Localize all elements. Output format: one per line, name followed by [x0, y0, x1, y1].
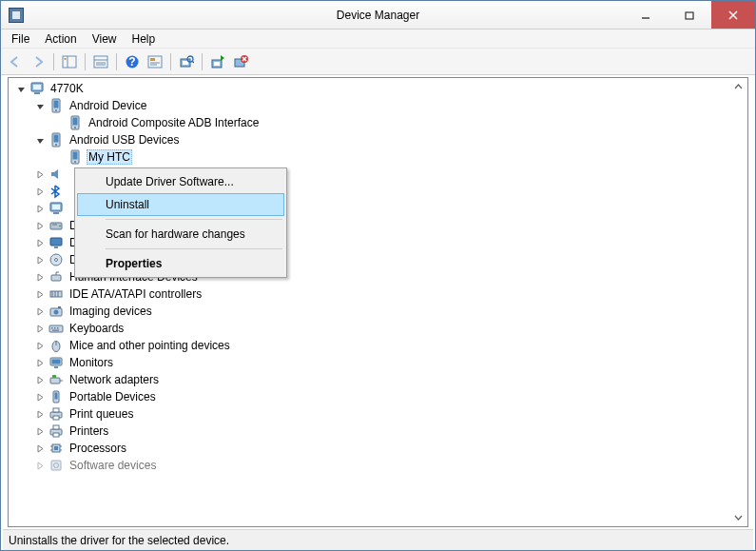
computer-icon [29, 81, 45, 96]
svg-rect-63 [57, 327, 59, 329]
tree-node-label: 4770K [48, 82, 86, 95]
collapse-icon[interactable] [33, 99, 47, 112]
ide-icon [48, 286, 64, 302]
svg-rect-68 [52, 360, 61, 364]
properties-pane-icon[interactable] [90, 51, 111, 72]
expand-icon[interactable] [33, 219, 47, 232]
context-menu-item[interactable]: Update Driver Software... [77, 170, 284, 193]
expand-icon[interactable] [33, 407, 47, 421]
menu-action[interactable]: Action [38, 30, 83, 48]
tree-node[interactable]: Processors [10, 440, 747, 457]
expand-icon[interactable] [33, 339, 47, 352]
action-center-icon[interactable] [145, 51, 165, 72]
expand-icon[interactable] [33, 373, 47, 386]
show-hide-tree-icon[interactable] [59, 51, 80, 72]
device-tree[interactable]: 4770KAndroid DeviceAndroid Composite ADB… [9, 78, 747, 526]
expand-icon[interactable] [33, 305, 47, 318]
expand-icon[interactable] [33, 356, 47, 369]
svg-point-32 [55, 109, 57, 111]
tree-node[interactable]: Android Composite ADB Interface [10, 114, 747, 131]
computer-icon [48, 201, 64, 216]
tree-node[interactable]: Portable Devices [10, 388, 747, 405]
context-menu[interactable]: Update Driver Software...UninstallScan f… [74, 167, 287, 278]
tree-node[interactable]: Monitors [10, 354, 747, 371]
tree-node[interactable]: Software devices [10, 457, 747, 474]
tree-node[interactable]: Imaging devices [10, 303, 747, 320]
network-icon [48, 372, 64, 387]
expand-icon[interactable] [33, 390, 47, 403]
expand-icon[interactable] [33, 202, 47, 215]
svg-rect-34 [73, 118, 78, 126]
tree-node[interactable]: Print queues [10, 405, 747, 423]
svg-rect-43 [52, 205, 60, 209]
expand-icon[interactable] [33, 459, 47, 472]
expand-icon[interactable] [33, 253, 47, 266]
tree-node-label: IDE ATA/ATAPI controllers [68, 287, 204, 301]
forward-icon [28, 51, 48, 72]
tree-node[interactable]: Printers [10, 423, 747, 440]
printer-icon [48, 423, 64, 439]
expand-icon[interactable] [33, 442, 47, 455]
tree-node[interactable]: IDE ATA/ATAPI controllers [10, 285, 747, 303]
pda-icon [68, 115, 83, 130]
expand-icon[interactable] [33, 167, 47, 181]
svg-rect-64 [52, 330, 59, 331]
svg-point-35 [74, 127, 76, 128]
expand-icon[interactable] [33, 236, 47, 249]
svg-rect-76 [53, 408, 59, 412]
app-icon [9, 8, 24, 23]
svg-rect-48 [50, 238, 62, 246]
svg-rect-28 [33, 85, 41, 89]
bluetooth-icon [48, 184, 64, 199]
portable-icon [48, 389, 64, 404]
hid-icon [48, 269, 64, 285]
svg-rect-6 [65, 58, 67, 60]
titlebar[interactable]: Device Manager [1, 1, 755, 30]
svg-rect-52 [51, 275, 61, 281]
context-menu-item[interactable]: Uninstall [77, 193, 284, 216]
menubar: File Action View Help [1, 30, 755, 49]
svg-rect-69 [54, 366, 58, 368]
svg-point-38 [55, 144, 57, 146]
svg-point-51 [55, 259, 58, 262]
cpu-icon [48, 441, 64, 456]
uninstall-icon[interactable] [230, 51, 251, 72]
svg-text:?: ? [128, 55, 135, 69]
keyboard-icon [48, 321, 64, 336]
menu-view[interactable]: View [86, 30, 124, 48]
speaker-icon [48, 167, 64, 182]
tree-node[interactable]: Android Device [10, 97, 747, 114]
scan-hardware-icon[interactable] [176, 51, 197, 72]
scroll-down-icon[interactable] [730, 509, 746, 525]
svg-rect-74 [55, 393, 58, 400]
disk-icon [48, 218, 64, 233]
minimize-button[interactable] [624, 1, 668, 29]
tree-node[interactable]: Keyboards [10, 320, 747, 337]
menu-help[interactable]: Help [126, 30, 163, 48]
tree-node[interactable]: My HTC [10, 148, 747, 166]
menu-file[interactable]: File [5, 30, 36, 48]
expand-icon[interactable] [33, 185, 47, 198]
tree-node[interactable]: Mice and other pointing devices [10, 337, 747, 354]
close-button[interactable] [711, 1, 755, 29]
collapse-icon[interactable] [33, 133, 47, 147]
tree-node-label: Mice and other pointing devices [68, 339, 232, 352]
tree-node-label: My HTC [87, 149, 132, 165]
expand-icon[interactable] [33, 287, 47, 301]
expand-icon[interactable] [33, 270, 47, 284]
tree-node[interactable]: 4770K [10, 80, 747, 97]
expand-icon[interactable] [33, 424, 47, 438]
collapse-icon[interactable] [14, 82, 28, 95]
svg-rect-44 [53, 212, 59, 214]
tree-node[interactable]: Android USB Devices [10, 131, 747, 148]
update-driver-icon[interactable] [207, 51, 228, 72]
context-menu-item[interactable]: Scan for hardware changes [77, 223, 284, 246]
scroll-up-icon[interactable] [730, 79, 746, 95]
svg-rect-7 [94, 56, 107, 68]
help-icon[interactable]: ? [122, 51, 143, 72]
maximize-button[interactable] [668, 1, 711, 29]
tree-node[interactable]: Network adapters [10, 371, 747, 388]
svg-rect-31 [54, 101, 59, 108]
expand-icon[interactable] [33, 322, 47, 335]
context-menu-item[interactable]: Properties [77, 252, 284, 275]
